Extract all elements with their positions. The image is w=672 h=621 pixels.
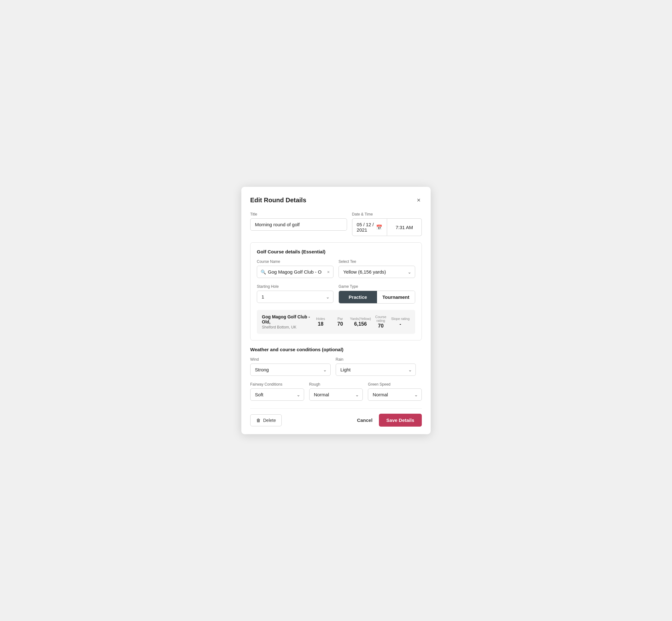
select-tee-group: Select Tee Yellow (6,156 yards) ⌄: [339, 259, 415, 278]
game-type-label: Game Type: [339, 284, 415, 289]
title-group: Title: [250, 212, 347, 236]
par-stat: Par 70: [330, 317, 350, 327]
wind-dropdown[interactable]: Strong Calm Light Moderate Very Strong: [250, 364, 331, 376]
select-tee-dropdown[interactable]: Yellow (6,156 yards): [339, 266, 415, 278]
fairway-wrapper: Soft Normal Hard ⌄: [250, 388, 304, 401]
course-rating-label: Course rating: [371, 315, 390, 323]
title-label: Title: [250, 212, 347, 216]
course-location: Shelford Bottom, UK: [262, 325, 311, 329]
yards-stat: Yards(Yellow) 6,156: [350, 317, 371, 327]
rain-wrapper: Light None Moderate Heavy ⌄: [336, 364, 416, 376]
course-search-wrapper: 🔍 ×: [257, 266, 333, 278]
course-tee-row: Course Name 🔍 × Select Tee Yellow (6,156…: [257, 259, 415, 278]
date-field[interactable]: 05 / 12 / 2021 📅: [352, 218, 387, 236]
time-value: 7:31 AM: [395, 225, 413, 230]
title-input[interactable]: [250, 218, 347, 231]
rough-group: Rough Normal Short Long ⌄: [309, 382, 363, 401]
date-time-wrapper: 05 / 12 / 2021 📅 7:31 AM: [352, 218, 422, 236]
datetime-label: Date & Time: [352, 212, 422, 216]
game-type-group: Game Type Practice Tournament: [339, 284, 415, 303]
course-name-label: Course Name: [257, 259, 333, 264]
yards-value: 6,156: [350, 321, 371, 327]
save-button[interactable]: Save Details: [379, 414, 422, 427]
title-datetime-row: Title Date & Time 05 / 12 / 2021 📅 7:31 …: [250, 212, 422, 236]
rough-dropdown[interactable]: Normal Short Long: [309, 388, 363, 401]
holes-value: 18: [311, 321, 330, 327]
close-button[interactable]: ×: [416, 196, 422, 204]
weather-section: Weather and course conditions (optional)…: [250, 347, 422, 401]
modal-title: Edit Round Details: [250, 197, 306, 204]
slope-rating-stat: Slope rating -: [390, 317, 410, 327]
delete-label: Delete: [263, 418, 276, 423]
course-name-input[interactable]: [257, 266, 333, 278]
wind-label: Wind: [250, 357, 331, 362]
course-info-name: Gog Magog Golf Club - Old, Shelford Bott…: [262, 314, 311, 329]
green-speed-dropdown[interactable]: Normal Slow Fast Very Fast: [368, 388, 422, 401]
par-label: Par: [330, 317, 350, 321]
game-type-toggle: Practice Tournament: [339, 291, 415, 303]
tournament-button[interactable]: Tournament: [377, 291, 415, 303]
select-tee-label: Select Tee: [339, 259, 415, 264]
green-speed-wrapper: Normal Slow Fast Very Fast ⌄: [368, 388, 422, 401]
starting-hole-dropdown[interactable]: 1: [257, 291, 333, 303]
weather-title: Weather and course conditions (optional): [250, 347, 422, 352]
fairway-label: Fairway Conditions: [250, 382, 304, 386]
starting-hole-group: Starting Hole 1 ⌄: [257, 284, 333, 303]
golf-course-title: Golf Course details (Essential): [257, 249, 415, 254]
delete-button[interactable]: 🗑 Delete: [250, 414, 282, 426]
select-tee-wrapper: Yellow (6,156 yards) ⌄: [339, 266, 415, 278]
cancel-button[interactable]: Cancel: [357, 417, 372, 423]
course-name-display: Gog Magog Golf Club - Old,: [262, 314, 311, 324]
fairway-group: Fairway Conditions Soft Normal Hard ⌄: [250, 382, 304, 401]
slope-rating-label: Slope rating: [390, 317, 410, 321]
yards-label: Yards(Yellow): [350, 317, 371, 321]
fairway-dropdown[interactable]: Soft Normal Hard: [250, 388, 304, 401]
course-rating-value: 70: [371, 323, 390, 329]
wind-group: Wind Strong Calm Light Moderate Very Str…: [250, 357, 331, 376]
green-speed-group: Green Speed Normal Slow Fast Very Fast ⌄: [368, 382, 422, 401]
course-rating-stat: Course rating 70: [371, 315, 390, 329]
par-value: 70: [330, 321, 350, 327]
rough-wrapper: Normal Short Long ⌄: [309, 388, 363, 401]
course-info-box: Gog Magog Golf Club - Old, Shelford Bott…: [257, 310, 415, 334]
date-value: 05 / 12 / 2021: [357, 222, 376, 233]
starting-hole-label: Starting Hole: [257, 284, 333, 289]
practice-button[interactable]: Practice: [339, 291, 377, 303]
footer-right: Cancel Save Details: [357, 414, 422, 427]
starting-hole-wrapper: 1 ⌄: [257, 291, 333, 303]
conditions-row: Fairway Conditions Soft Normal Hard ⌄ Ro…: [250, 382, 422, 401]
calendar-icon: 📅: [376, 224, 382, 230]
holes-label: Holes: [311, 317, 330, 321]
slope-rating-value: -: [390, 321, 410, 327]
rain-dropdown[interactable]: Light None Moderate Heavy: [336, 364, 416, 376]
wind-rain-row: Wind Strong Calm Light Moderate Very Str…: [250, 357, 422, 376]
course-name-group: Course Name 🔍 ×: [257, 259, 333, 278]
time-field[interactable]: 7:31 AM: [387, 218, 422, 236]
datetime-group: Date & Time 05 / 12 / 2021 📅 7:31 AM: [352, 212, 422, 236]
clear-course-button[interactable]: ×: [327, 270, 330, 275]
green-speed-label: Green Speed: [368, 382, 422, 386]
wind-wrapper: Strong Calm Light Moderate Very Strong ⌄: [250, 364, 331, 376]
trash-icon: 🗑: [256, 418, 261, 423]
modal-header: Edit Round Details ×: [250, 196, 422, 204]
rain-label: Rain: [336, 357, 416, 362]
golf-course-section: Golf Course details (Essential) Course N…: [250, 242, 422, 340]
rough-label: Rough: [309, 382, 363, 386]
footer: 🗑 Delete Cancel Save Details: [250, 408, 422, 427]
rain-group: Rain Light None Moderate Heavy ⌄: [336, 357, 416, 376]
search-icon: 🔍: [261, 270, 266, 275]
hole-gametype-row: Starting Hole 1 ⌄ Game Type Practice Tou…: [257, 284, 415, 303]
holes-stat: Holes 18: [311, 317, 330, 327]
edit-round-modal: Edit Round Details × Title Date & Time 0…: [241, 187, 431, 434]
